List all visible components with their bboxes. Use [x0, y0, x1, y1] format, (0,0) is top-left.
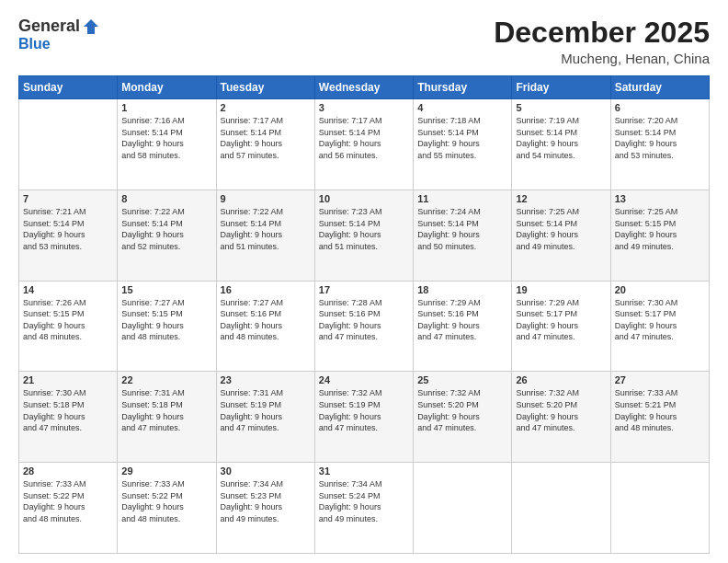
day-number: 18 — [417, 284, 507, 295]
day-number: 9 — [221, 193, 311, 204]
week-row-4: 21Sunrise: 7:30 AMSunset: 5:18 PMDayligh… — [19, 372, 710, 463]
day-info: Sunrise: 7:27 AMSunset: 5:15 PMDaylight:… — [121, 297, 211, 343]
day-info: Sunrise: 7:33 AMSunset: 5:22 PMDaylight:… — [121, 478, 211, 524]
day-number: 28 — [23, 465, 113, 477]
calendar-cell: 11Sunrise: 7:24 AMSunset: 5:14 PMDayligh… — [414, 190, 512, 281]
header: General Blue December 2025 Mucheng, Hena… — [18, 17, 710, 66]
day-info: Sunrise: 7:18 AMSunset: 5:14 PMDaylight:… — [417, 115, 507, 161]
day-number: 10 — [319, 193, 409, 204]
day-number: 30 — [221, 465, 311, 477]
day-number: 12 — [516, 193, 606, 204]
day-info: Sunrise: 7:34 AMSunset: 5:24 PMDaylight:… — [319, 478, 409, 524]
day-number: 11 — [417, 193, 507, 204]
page: General Blue December 2025 Mucheng, Hena… — [0, 0, 728, 563]
day-info: Sunrise: 7:25 AMSunset: 5:15 PMDaylight:… — [615, 206, 705, 252]
day-number: 20 — [615, 284, 705, 295]
day-info: Sunrise: 7:29 AMSunset: 5:16 PMDaylight:… — [417, 297, 507, 343]
week-row-2: 7Sunrise: 7:21 AMSunset: 5:14 PMDaylight… — [19, 190, 710, 281]
calendar-table: SundayMondayTuesdayWednesdayThursdayFrid… — [18, 75, 710, 554]
calendar-cell: 2Sunrise: 7:17 AMSunset: 5:14 PMDaylight… — [216, 99, 314, 190]
calendar-cell: 22Sunrise: 7:31 AMSunset: 5:18 PMDayligh… — [118, 372, 216, 463]
day-number: 1 — [121, 102, 211, 113]
day-header-wednesday: Wednesday — [314, 76, 413, 99]
day-info: Sunrise: 7:33 AMSunset: 5:21 PMDaylight:… — [615, 387, 705, 433]
calendar-cell: 10Sunrise: 7:23 AMSunset: 5:14 PMDayligh… — [314, 190, 413, 281]
calendar-cell — [19, 99, 118, 190]
logo-icon — [82, 17, 100, 36]
calendar-cell: 14Sunrise: 7:26 AMSunset: 5:15 PMDayligh… — [19, 281, 118, 372]
day-info: Sunrise: 7:21 AMSunset: 5:14 PMDaylight:… — [23, 206, 113, 252]
day-number: 23 — [221, 374, 311, 385]
week-row-1: 1Sunrise: 7:16 AMSunset: 5:14 PMDaylight… — [19, 99, 710, 190]
day-info: Sunrise: 7:33 AMSunset: 5:22 PMDaylight:… — [23, 478, 113, 524]
calendar-cell: 8Sunrise: 7:22 AMSunset: 5:14 PMDaylight… — [118, 190, 216, 281]
calendar-cell: 6Sunrise: 7:20 AMSunset: 5:14 PMDaylight… — [610, 99, 709, 190]
day-info: Sunrise: 7:24 AMSunset: 5:14 PMDaylight:… — [417, 206, 507, 252]
week-row-5: 28Sunrise: 7:33 AMSunset: 5:22 PMDayligh… — [19, 463, 710, 554]
day-header-tuesday: Tuesday — [216, 76, 314, 99]
logo-general: General — [18, 17, 80, 36]
month-title: December 2025 — [494, 17, 710, 49]
calendar-cell — [610, 463, 709, 554]
calendar-cell: 16Sunrise: 7:27 AMSunset: 5:16 PMDayligh… — [216, 281, 314, 372]
calendar-cell: 31Sunrise: 7:34 AMSunset: 5:24 PMDayligh… — [314, 463, 413, 554]
calendar-cell: 20Sunrise: 7:30 AMSunset: 5:17 PMDayligh… — [610, 281, 709, 372]
day-info: Sunrise: 7:26 AMSunset: 5:15 PMDaylight:… — [23, 297, 113, 343]
day-number: 6 — [615, 102, 705, 113]
calendar-cell: 23Sunrise: 7:31 AMSunset: 5:19 PMDayligh… — [216, 372, 314, 463]
header-row: SundayMondayTuesdayWednesdayThursdayFrid… — [19, 76, 710, 99]
logo: General Blue — [18, 17, 100, 52]
day-info: Sunrise: 7:32 AMSunset: 5:20 PMDaylight:… — [516, 387, 606, 433]
day-header-thursday: Thursday — [414, 76, 512, 99]
calendar-cell: 15Sunrise: 7:27 AMSunset: 5:15 PMDayligh… — [118, 281, 216, 372]
calendar-cell: 30Sunrise: 7:34 AMSunset: 5:23 PMDayligh… — [216, 463, 314, 554]
calendar-cell: 26Sunrise: 7:32 AMSunset: 5:20 PMDayligh… — [512, 372, 610, 463]
calendar-cell: 12Sunrise: 7:25 AMSunset: 5:14 PMDayligh… — [512, 190, 610, 281]
day-info: Sunrise: 7:27 AMSunset: 5:16 PMDaylight:… — [221, 297, 311, 343]
day-number: 27 — [615, 374, 705, 385]
day-number: 15 — [121, 284, 211, 295]
calendar-cell — [414, 463, 512, 554]
day-header-friday: Friday — [512, 76, 610, 99]
calendar-cell: 13Sunrise: 7:25 AMSunset: 5:15 PMDayligh… — [610, 190, 709, 281]
day-number: 14 — [23, 284, 113, 295]
title-block: December 2025 Mucheng, Henan, China — [494, 17, 710, 66]
day-info: Sunrise: 7:31 AMSunset: 5:19 PMDaylight:… — [221, 387, 311, 433]
day-number: 3 — [319, 102, 409, 113]
day-number: 13 — [615, 193, 705, 204]
location: Mucheng, Henan, China — [494, 51, 710, 66]
calendar-cell: 1Sunrise: 7:16 AMSunset: 5:14 PMDaylight… — [118, 99, 216, 190]
calendar-cell: 25Sunrise: 7:32 AMSunset: 5:20 PMDayligh… — [414, 372, 512, 463]
calendar-cell: 18Sunrise: 7:29 AMSunset: 5:16 PMDayligh… — [414, 281, 512, 372]
day-number: 29 — [121, 465, 211, 477]
calendar-cell: 17Sunrise: 7:28 AMSunset: 5:16 PMDayligh… — [314, 281, 413, 372]
day-info: Sunrise: 7:22 AMSunset: 5:14 PMDaylight:… — [221, 206, 311, 252]
day-info: Sunrise: 7:16 AMSunset: 5:14 PMDaylight:… — [121, 115, 211, 161]
day-header-monday: Monday — [118, 76, 216, 99]
day-header-sunday: Sunday — [19, 76, 118, 99]
day-info: Sunrise: 7:17 AMSunset: 5:14 PMDaylight:… — [319, 115, 409, 161]
day-number: 16 — [221, 284, 311, 295]
day-info: Sunrise: 7:30 AMSunset: 5:18 PMDaylight:… — [23, 387, 113, 433]
day-number: 2 — [221, 102, 311, 113]
day-info: Sunrise: 7:29 AMSunset: 5:17 PMDaylight:… — [516, 297, 606, 343]
day-info: Sunrise: 7:34 AMSunset: 5:23 PMDaylight:… — [221, 478, 311, 524]
day-number: 21 — [23, 374, 113, 385]
day-info: Sunrise: 7:25 AMSunset: 5:14 PMDaylight:… — [516, 206, 606, 252]
day-number: 7 — [23, 193, 113, 204]
day-number: 31 — [319, 465, 409, 477]
day-header-saturday: Saturday — [610, 76, 709, 99]
svg-marker-0 — [84, 19, 98, 34]
day-number: 8 — [121, 193, 211, 204]
day-info: Sunrise: 7:22 AMSunset: 5:14 PMDaylight:… — [121, 206, 211, 252]
calendar-cell: 21Sunrise: 7:30 AMSunset: 5:18 PMDayligh… — [19, 372, 118, 463]
day-info: Sunrise: 7:19 AMSunset: 5:14 PMDaylight:… — [516, 115, 606, 161]
calendar-cell: 4Sunrise: 7:18 AMSunset: 5:14 PMDaylight… — [414, 99, 512, 190]
day-number: 4 — [417, 102, 507, 113]
calendar-cell: 28Sunrise: 7:33 AMSunset: 5:22 PMDayligh… — [19, 463, 118, 554]
day-info: Sunrise: 7:20 AMSunset: 5:14 PMDaylight:… — [615, 115, 705, 161]
day-info: Sunrise: 7:32 AMSunset: 5:20 PMDaylight:… — [417, 387, 507, 433]
day-number: 5 — [516, 102, 606, 113]
calendar-cell: 19Sunrise: 7:29 AMSunset: 5:17 PMDayligh… — [512, 281, 610, 372]
calendar-cell: 7Sunrise: 7:21 AMSunset: 5:14 PMDaylight… — [19, 190, 118, 281]
